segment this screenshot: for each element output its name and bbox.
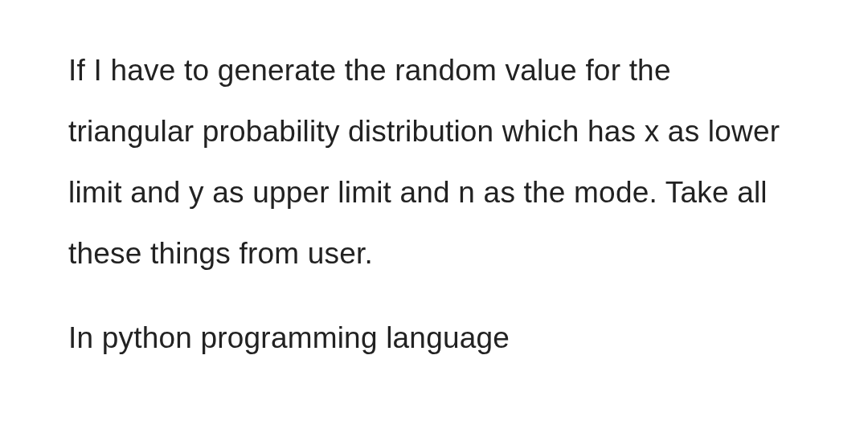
question-paragraph-1: If I have to generate the random value f… [68, 40, 804, 284]
question-paragraph-2: In python programming language [68, 308, 804, 369]
